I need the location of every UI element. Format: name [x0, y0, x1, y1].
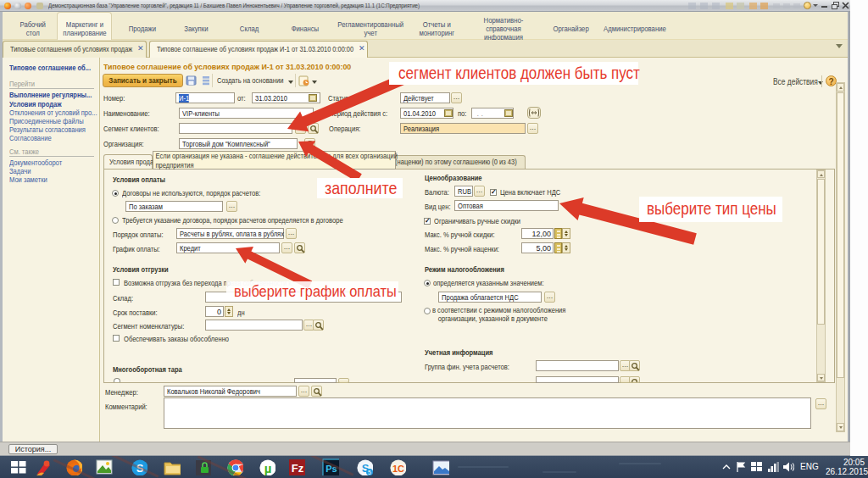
svg-text:Fz: Fz	[292, 462, 304, 475]
svg-text:1C: 1C	[392, 464, 404, 474]
svg-text:µ: µ	[264, 461, 272, 475]
svg-text:5: 5	[368, 470, 371, 475]
